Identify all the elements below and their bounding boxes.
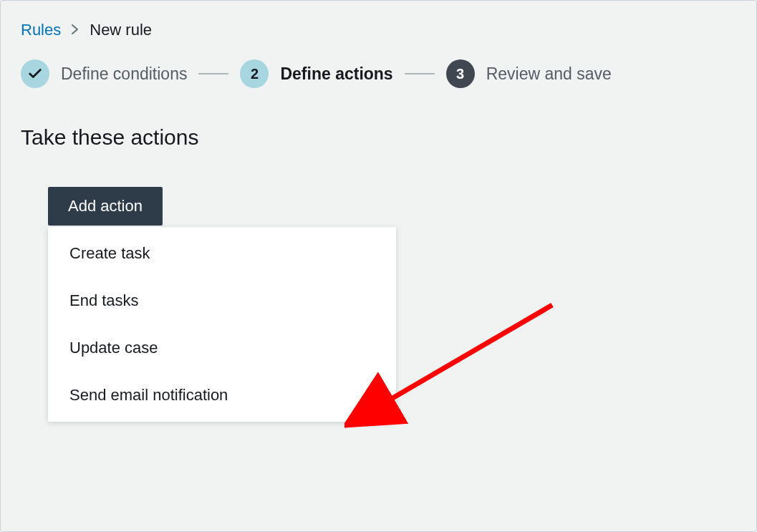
section-title: Take these actions <box>21 125 736 150</box>
breadcrumb: Rules New rule <box>21 21 736 39</box>
breadcrumb-current: New rule <box>90 21 152 39</box>
add-action-button[interactable]: Add action <box>48 187 163 226</box>
step-define-conditions[interactable]: Define conditions <box>21 59 187 88</box>
step-circle-active: 2 <box>240 59 269 88</box>
chevron-right-icon <box>71 22 79 39</box>
checkmark-icon <box>27 66 43 82</box>
step-connector <box>198 73 228 74</box>
menu-item-update-case[interactable]: Update case <box>48 324 396 372</box>
wizard-stepper: Define conditions 2 Define actions 3 Rev… <box>21 59 736 88</box>
step-review-save[interactable]: 3 Review and save <box>446 59 612 88</box>
step-label: Review and save <box>486 64 612 84</box>
step-label: Define actions <box>280 64 392 84</box>
action-panel: Add action Create task End tasks Update … <box>48 187 736 422</box>
menu-item-send-email[interactable]: Send email notification <box>48 372 396 419</box>
step-connector <box>405 73 435 74</box>
menu-item-create-task[interactable]: Create task <box>48 230 396 277</box>
menu-item-end-tasks[interactable]: End tasks <box>48 277 396 324</box>
breadcrumb-link-rules[interactable]: Rules <box>21 21 61 39</box>
step-circle-completed <box>21 59 49 88</box>
add-action-dropdown: Create task End tasks Update case Send e… <box>48 227 396 422</box>
step-define-actions[interactable]: 2 Define actions <box>240 59 392 88</box>
step-label: Define conditions <box>61 64 187 84</box>
step-circle-pending: 3 <box>446 59 475 88</box>
